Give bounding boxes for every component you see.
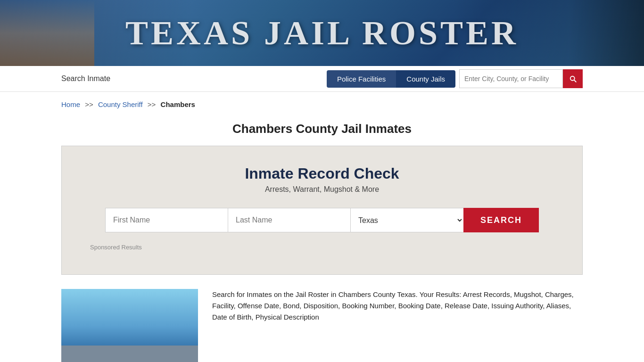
breadcrumb: Home >> County Sheriff >> Chambers — [0, 92, 644, 117]
inmate-search-subtitle: Arrests, Warrant, Mugshot & More — [90, 185, 554, 194]
facility-search-button[interactable] — [563, 69, 583, 88]
breadcrumb-county-sheriff[interactable]: County Sheriff — [98, 100, 143, 108]
facility-image — [61, 289, 198, 362]
page-title: Chambers County Jail Inmates — [0, 122, 644, 136]
search-icon — [569, 74, 577, 83]
facility-search-bar — [459, 69, 583, 88]
capitol-decoration — [0, 0, 94, 66]
search-form-row: AlabamaAlaskaArizonaArkansasCaliforniaCo… — [90, 208, 554, 232]
nav-buttons: Police Facilities County Jails — [327, 70, 455, 88]
search-submit-button[interactable]: SEARCH — [463, 208, 539, 232]
facility-search-input[interactable] — [459, 69, 563, 88]
police-facilities-button[interactable]: Police Facilities — [327, 70, 396, 88]
last-name-input[interactable] — [228, 208, 350, 232]
breadcrumb-home[interactable]: Home — [61, 100, 80, 108]
breadcrumb-sep-2: >> — [148, 100, 156, 108]
breadcrumb-current: Chambers — [161, 100, 195, 108]
first-name-input[interactable] — [105, 208, 228, 232]
navbar: Search Inmate Police Facilities County J… — [0, 66, 644, 92]
keys-decoration — [569, 0, 644, 66]
breadcrumb-sep-1: >> — [85, 100, 93, 108]
inmate-search-box: Inmate Record Check Arrests, Warrant, Mu… — [61, 146, 583, 275]
building-silhouette — [61, 346, 198, 362]
search-inmate-label: Search Inmate — [61, 74, 110, 83]
county-jails-button[interactable]: County Jails — [396, 70, 455, 88]
inmate-search-title: Inmate Record Check — [90, 165, 554, 182]
sponsored-label: Sponsored Results — [90, 244, 554, 251]
bottom-description: Search for Inmates on the Jail Roster in… — [212, 289, 583, 323]
bottom-section: Search for Inmates on the Jail Roster in… — [0, 289, 644, 362]
page-title-section: Chambers County Jail Inmates — [0, 117, 644, 146]
state-select[interactable]: AlabamaAlaskaArizonaArkansasCaliforniaCo… — [350, 208, 463, 232]
header-banner: Texas Jail Roster — [0, 0, 644, 66]
site-title: Texas Jail Roster — [125, 14, 519, 53]
